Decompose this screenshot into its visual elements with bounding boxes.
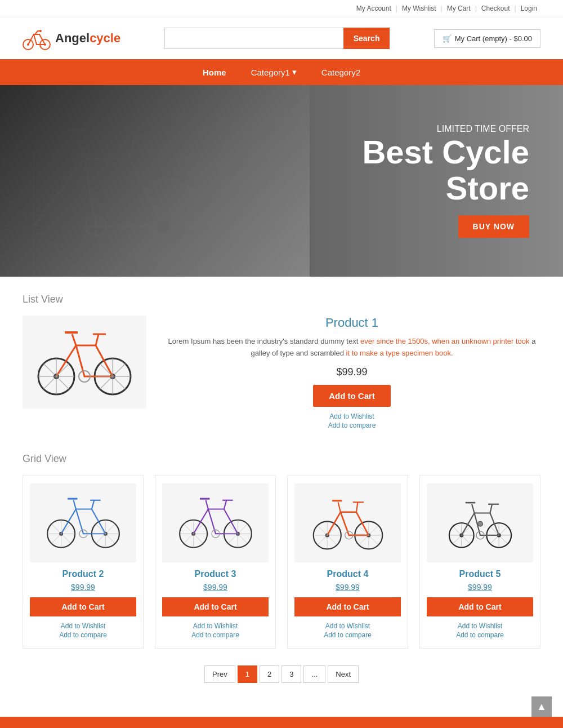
product5-add-to-cart[interactable]: Add to Cart xyxy=(427,597,533,616)
product1-actions: Add to Wishlist Add to compare xyxy=(163,412,540,429)
product1-add-to-cart[interactable]: Add to Cart xyxy=(313,385,391,407)
product1-bike-svg xyxy=(34,326,135,399)
hero-title: Best Cycle Store xyxy=(362,134,529,206)
product1-name: Product 1 xyxy=(163,316,540,330)
svg-point-105 xyxy=(477,521,482,526)
nav-home[interactable]: Home xyxy=(190,59,239,85)
product1-wishlist[interactable]: Add to Wishlist xyxy=(163,412,540,420)
product2-add-to-cart[interactable]: Add to Cart xyxy=(30,597,136,616)
product4-actions: Add to Wishlist Add to compare xyxy=(294,622,401,639)
main-content: List View xyxy=(11,277,552,717)
logo[interactable]: Angelcycle xyxy=(23,26,120,50)
product5-wishlist[interactable]: Add to Wishlist xyxy=(427,622,533,630)
product5-name: Product 5 xyxy=(427,569,533,579)
page-3-button[interactable]: 3 xyxy=(282,665,301,683)
login-link[interactable]: Login xyxy=(521,5,537,12)
product2-actions: Add to Wishlist Add to compare xyxy=(30,622,136,639)
product4-add-to-cart[interactable]: Add to Cart xyxy=(294,597,401,616)
product5-bike-svg xyxy=(441,492,520,554)
svg-line-94 xyxy=(472,504,474,513)
svg-line-26 xyxy=(72,334,76,345)
svg-line-60 xyxy=(205,500,208,509)
pagination: Prev 1 2 3 ... Next xyxy=(23,665,540,683)
scroll-to-top-button[interactable]: ▲ xyxy=(531,696,552,717)
svg-line-77 xyxy=(338,502,340,512)
product1-info: Product 1 Lorem Ipsum has been the indus… xyxy=(163,316,540,430)
product3-name: Product 3 xyxy=(162,569,269,579)
product5-actions: Add to Wishlist Add to compare xyxy=(427,622,533,639)
product1-desc: Lorem Ipsum has been the industry's stan… xyxy=(163,336,540,359)
product3-compare[interactable]: Add to compare xyxy=(162,631,269,639)
product2-price: $99.99 xyxy=(30,583,136,592)
svg-line-58 xyxy=(224,500,226,509)
product3-actions: Add to Wishlist Add to compare xyxy=(162,622,269,639)
grid-item-product5: Product 5 $99.99 Add to Cart Add to Wish… xyxy=(419,475,540,649)
next-page-button[interactable]: Next xyxy=(328,665,359,683)
product-grid: Product 2 $99.99 Add to Cart Add to Wish… xyxy=(23,475,540,649)
product1-price: $99.99 xyxy=(163,366,540,378)
prev-page-button[interactable]: Prev xyxy=(204,665,235,683)
search-input[interactable] xyxy=(164,28,343,49)
my-account-link[interactable]: My Account xyxy=(356,5,391,12)
product3-image xyxy=(162,483,269,562)
product4-name: Product 4 xyxy=(294,569,401,579)
product5-compare[interactable]: Add to compare xyxy=(427,631,533,639)
product4-compare[interactable]: Add to compare xyxy=(294,631,401,639)
list-view-title: List View xyxy=(23,294,540,305)
hero-offer-tag: LIMITED TIME OFFER xyxy=(362,124,529,134)
product4-wishlist[interactable]: Add to Wishlist xyxy=(294,622,401,630)
hero-buy-button[interactable]: BUY NOW xyxy=(458,215,529,238)
svg-line-92 xyxy=(490,504,492,513)
my-wishlist-link[interactable]: My Wishlist xyxy=(402,5,436,12)
svg-line-24 xyxy=(96,334,99,345)
product2-wishlist[interactable]: Add to Wishlist xyxy=(30,622,136,630)
dropdown-arrow-icon: ▾ xyxy=(292,67,297,77)
hero-content: LIMITED TIME OFFER Best Cycle Store BUY … xyxy=(362,124,529,238)
search-form: Search xyxy=(164,28,390,49)
hero-banner: LIMITED TIME OFFER Best Cycle Store BUY … xyxy=(0,85,563,277)
page-ellipsis-button[interactable]: ... xyxy=(303,665,325,683)
my-cart-link[interactable]: My Cart xyxy=(447,5,471,12)
grid-item-product2: Product 2 $99.99 Add to Cart Add to Wish… xyxy=(23,475,144,649)
product5-price: $99.99 xyxy=(427,583,533,592)
nav-category1[interactable]: Category1 ▾ xyxy=(239,59,309,85)
site-header: Angelcycle Search 🛒 My Cart (empty) - $0… xyxy=(0,17,563,59)
product2-image xyxy=(30,483,136,562)
top-bar: My Account | My Wishlist | My Cart | Che… xyxy=(0,0,563,17)
product1-image xyxy=(23,316,146,409)
checkout-link[interactable]: Checkout xyxy=(481,5,510,12)
search-button[interactable]: Search xyxy=(343,28,390,49)
page-2-button[interactable]: 2 xyxy=(260,665,279,683)
product4-image xyxy=(294,483,401,562)
grid-item-product3: Product 3 $99.99 Add to Cart Add to Wish… xyxy=(155,475,276,649)
logo-text: Angelcycle xyxy=(55,31,120,46)
nav-category2[interactable]: Category2 xyxy=(309,59,373,85)
site-footer: Site Map Search Terms Advanced Search Or… xyxy=(0,717,563,728)
product2-name: Product 2 xyxy=(30,569,136,579)
product3-add-to-cart[interactable]: Add to Cart xyxy=(162,597,269,616)
product2-bike-svg xyxy=(44,492,123,554)
product2-compare[interactable]: Add to compare xyxy=(30,631,136,639)
page-1-button[interactable]: 1 xyxy=(238,665,257,683)
product4-price: $99.99 xyxy=(294,583,401,592)
desc-link2[interactable]: it to make a type specimen book. xyxy=(346,349,453,357)
list-view-item: Product 1 Lorem Ipsum has been the indus… xyxy=(23,316,540,430)
grid-item-product4: Product 4 $99.99 Add to Cart Add to Wish… xyxy=(287,475,408,649)
cart-label: My Cart (empty) - $0.00 xyxy=(455,34,532,43)
product3-bike-svg xyxy=(176,492,255,554)
product4-bike-svg xyxy=(309,492,387,554)
grid-view-title: Grid View xyxy=(23,453,540,465)
cart-icon: 🛒 xyxy=(443,34,452,43)
svg-line-75 xyxy=(356,502,358,512)
svg-point-4 xyxy=(39,30,42,32)
svg-line-43 xyxy=(73,500,75,509)
product3-wishlist[interactable]: Add to Wishlist xyxy=(162,622,269,630)
cart-button[interactable]: 🛒 My Cart (empty) - $0.00 xyxy=(434,29,540,48)
logo-icon xyxy=(23,26,51,50)
desc-link1[interactable]: ever since the 1500s, when an unknown pr… xyxy=(360,337,530,345)
product5-image xyxy=(427,483,533,562)
product1-compare[interactable]: Add to compare xyxy=(163,421,540,429)
main-nav: Home Category1 ▾ Category2 xyxy=(0,59,563,85)
product3-price: $99.99 xyxy=(162,583,269,592)
svg-line-41 xyxy=(91,500,93,509)
